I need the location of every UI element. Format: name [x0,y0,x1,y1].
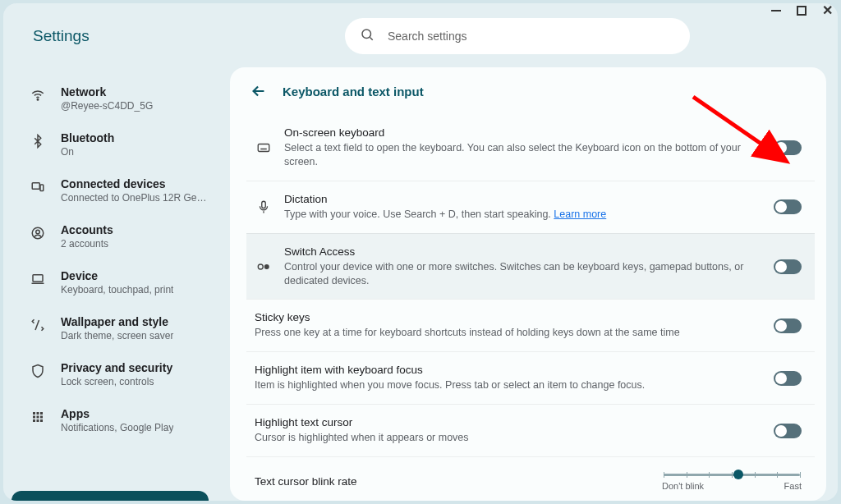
row-title: Dictation [284,193,762,205]
keyboard-icon [255,140,273,155]
svg-point-2 [37,99,39,101]
row-dictation[interactable]: Dictation Type with your voice. Use Sear… [246,181,815,233]
app-title: Settings [33,27,197,45]
shield-icon [30,363,46,379]
row-switch-access[interactable]: Switch Access Control your device with o… [246,233,815,300]
sidebar-item-label: Privacy and security [61,361,172,374]
row-desc: Cursor is highlighted when it appears or… [255,431,762,445]
search-input[interactable] [388,30,675,43]
main-settings-panel: Keyboard and text input On-screen keyboa… [230,67,826,501]
sidebar-item-network[interactable]: Network @Reyee-sC4DD_5G [11,76,217,121]
blink-rate-slider[interactable] [664,474,800,476]
switch-access-icon [255,259,273,274]
sidebar-item-sub: Dark theme, screen saver [61,330,173,341]
window-maximize-button[interactable] [797,6,807,16]
svg-line-1 [370,37,372,39]
sidebar-item-privacy[interactable]: Privacy and security Lock screen, contro… [11,351,217,397]
row-title: Highlight text cursor [255,416,762,428]
svg-point-19 [258,264,263,269]
row-title: Sticky keys [255,311,762,323]
row-desc: Press one key at a time for keyboard sho… [255,326,762,340]
sidebar-item-label: Connected devices [61,177,209,190]
slider-thumb[interactable] [733,470,743,479]
sidebar-item-sub: Lock screen, controls [61,376,172,387]
sidebar-item-apps[interactable]: Apps Notifications, Google Play [11,397,217,443]
sidebar-bottom-accent [11,491,209,501]
laptop-icon [30,271,46,287]
svg-point-0 [362,30,371,39]
svg-rect-11 [33,416,35,419]
sidebar-item-label: Accounts [61,223,113,236]
row-title: On-screen keyboard [284,126,762,139]
toggle-sticky-keys[interactable] [774,318,802,333]
wifi-icon [30,87,46,103]
toggle-highlight-focus[interactable] [774,371,802,386]
row-desc: Item is highlighted when you move focus.… [255,378,762,392]
row-title: Switch Access [284,245,762,258]
sidebar-item-sub: @Reyee-sC4DD_5G [61,100,153,112]
sidebar-item-label: Device [61,269,173,282]
toggle-highlight-cursor[interactable] [774,424,802,438]
svg-rect-15 [37,419,39,422]
row-desc: Type with your voice. Use Search + D, th… [284,208,762,222]
row-title: Highlight item with keyboard focus [255,364,762,376]
wallpaper-icon [30,317,46,333]
svg-rect-8 [33,412,35,415]
svg-rect-18 [262,201,266,208]
svg-rect-10 [40,412,43,415]
sidebar-item-sub: 2 accounts [61,238,113,250]
row-highlight-keyboard-focus[interactable]: Highlight item with keyboard focus Item … [246,351,815,404]
svg-rect-9 [37,412,39,415]
sidebar-item-sub: Connected to OnePlus 12R Gens... [61,192,209,204]
svg-point-20 [264,264,269,269]
search-box[interactable] [345,18,690,54]
sidebar-item-label: Bluetooth [61,131,114,144]
account-icon [30,225,46,241]
window-close-button[interactable]: ✕ [821,5,833,16]
row-desc: Control your device with one or more swi… [284,260,762,288]
svg-rect-14 [33,419,35,422]
devices-icon [30,179,46,195]
sidebar-item-device[interactable]: Device Keyboard, touchpad, print [11,259,217,305]
toggle-switch-access[interactable] [774,259,802,274]
svg-rect-16 [40,419,43,422]
sidebar-item-wallpaper[interactable]: Wallpaper and style Dark theme, screen s… [11,305,217,351]
window-minimize-button[interactable] [770,5,782,16]
row-desc: Select a text field to open the keyboard… [284,141,762,169]
svg-rect-4 [40,185,44,191]
toggle-dictation[interactable] [774,199,802,214]
sidebar: Network @Reyee-sC4DD_5G Bluetooth On [11,67,217,501]
sidebar-item-sub: Notifications, Google Play [61,422,173,433]
page-title: Keyboard and text input [283,85,424,99]
learn-more-link[interactable]: Learn more [554,208,606,220]
svg-rect-12 [37,416,39,419]
row-highlight-text-cursor[interactable]: Highlight text cursor Cursor is highligh… [246,404,815,456]
slider-min-label: Don't blink [662,481,704,491]
search-icon [360,27,375,45]
slider-label: Text cursor blink rate [255,469,357,488]
toggle-on-screen-keyboard[interactable] [774,140,802,155]
sidebar-item-label: Wallpaper and style [61,315,173,328]
sidebar-item-sub: On [61,146,114,158]
svg-rect-17 [258,144,269,151]
svg-rect-13 [40,416,43,419]
sidebar-item-connected-devices[interactable]: Connected devices Connected to OnePlus 1… [11,167,217,213]
row-text-cursor-blink-rate: Text cursor blink rate [246,456,815,501]
slider-max-label: Fast [784,481,802,491]
sidebar-item-label: Network [61,85,153,99]
row-on-screen-keyboard[interactable]: On-screen keyboard Select a text field t… [246,115,815,181]
svg-rect-7 [33,275,43,282]
row-sticky-keys[interactable]: Sticky keys Press one key at a time for … [246,299,815,351]
sidebar-item-bluetooth[interactable]: Bluetooth On [11,121,217,167]
back-button[interactable] [250,82,268,100]
mic-icon [255,199,273,214]
svg-rect-3 [32,183,39,190]
sidebar-item-accounts[interactable]: Accounts 2 accounts [11,213,217,259]
sidebar-item-sub: Keyboard, touchpad, print [61,284,173,296]
apps-grid-icon [30,409,46,425]
sidebar-item-label: Apps [61,407,173,420]
bluetooth-icon [30,133,46,149]
svg-point-6 [36,230,40,234]
